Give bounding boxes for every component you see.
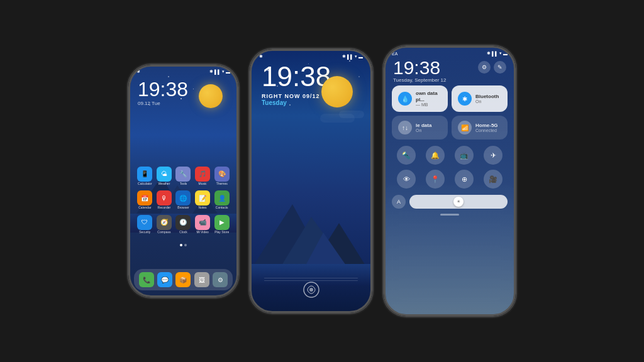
dock-orange[interactable]: 📦 (174, 272, 192, 287)
dock-settings[interactable]: ⚙ (211, 272, 229, 287)
app-calculator[interactable]: 📱Calculator (136, 167, 153, 186)
app-row-1: 📱Calculator 🌤Weather 🔧Tools 🎵Music 🎨Them… (135, 167, 231, 186)
phone1-status-left: ✱ (136, 69, 140, 74)
mobile-data-subtitle: On (416, 128, 441, 133)
phone2-day: Tuesday (252, 99, 370, 106)
airplane-button[interactable]: ✈ (484, 146, 502, 165)
dot-inactive (184, 244, 187, 246)
svg-point-1 (309, 288, 313, 292)
phone3-action-buttons: ⚙ ✎ (478, 61, 506, 74)
control-tiles: 💧 own data pl... — MB ✱ Bluetooth On ↑↓ … (386, 85, 514, 143)
bluetooth-title: Bluetooth (475, 94, 501, 100)
wifi-title: Home-5G (475, 123, 501, 129)
cloud2 (320, 114, 355, 123)
bluetooth-subtitle: On (475, 99, 501, 104)
phone1-signal-icons: ✱ ▌▌ ▾ ▬ (209, 69, 230, 74)
phone-2-lock: ✱ ✱ ▌▌ ▾ ▬ 19:38 RIGHT NOW 09/12 Tuesday (250, 49, 372, 313)
phone-1-screen: ✱ ✱ ▌▌ ▾ ▬ 19:38 09.12 Tue 📱Calculator (130, 67, 236, 295)
wifi-subtitle: Connected (475, 128, 501, 133)
cast-button[interactable]: 📺 (455, 146, 474, 165)
phone-3-control: EA ✱ ▌▌ ▾ ▬ 19:38 Tuesday, September 12 … (384, 46, 516, 316)
app-compass[interactable]: 🧭Compass (155, 215, 173, 234)
wifi-tile[interactable]: 📶 Home-5G Connected (452, 116, 508, 140)
brightness-icon: A (392, 195, 406, 209)
phone1-apps: 📱Calculator 🌤Weather 🔧Tools 🎵Music 🎨Them… (135, 167, 231, 239)
app-weather[interactable]: 🌤Weather (155, 167, 173, 186)
bluetooth-status-icon: ✱ (487, 51, 491, 56)
wifi-tile-icon: 📶 (458, 121, 472, 134)
dot-active (180, 244, 182, 246)
signal-icon: ▌▌ (214, 70, 221, 74)
app-calendar[interactable]: 📅Calendar (136, 190, 153, 210)
app-contacts[interactable]: 👤Contacts (213, 190, 231, 210)
phone3-statusbar: EA ✱ ▌▌ ▾ ▬ (386, 48, 514, 57)
phone1-statusbar: ✱ ✱ ▌▌ ▾ ▬ (130, 67, 236, 75)
phone3-header: 19:38 Tuesday, September 12 ⚙ ✎ (386, 57, 514, 85)
bluetooth-text: Bluetooth On (475, 94, 501, 104)
phone2-miui-logo (303, 281, 320, 299)
mobile-data-text: le data On (416, 123, 441, 133)
phone3-time: 19:38 (393, 58, 447, 77)
app-music[interactable]: 🎵Music (194, 167, 211, 186)
brightness-row: A ☀ (386, 192, 514, 211)
bluetooth-icon-tile: ✱ (458, 92, 472, 106)
data-icon: 💧 (398, 92, 412, 106)
signal-status-icon: ▌▌ (492, 52, 498, 56)
data-title: own data pl... (416, 90, 441, 102)
battery-status-icon: ▬ (503, 52, 508, 56)
phone2-time: 19:38 (252, 63, 370, 90)
phone-3-screen: EA ✱ ▌▌ ▾ ▬ 19:38 Tuesday, September 12 … (386, 48, 514, 314)
phone2-status-right: ✱ ▌▌ ▾ ▬ (342, 54, 363, 59)
app-themes[interactable]: 🎨Themes (213, 167, 231, 186)
data-text: own data pl... — MB (416, 90, 441, 107)
flashlight-button[interactable]: 🔦 (397, 146, 416, 165)
phone-1-home: ✱ ✱ ▌▌ ▾ ▬ 19:38 09.12 Tue 📱Calculator (128, 65, 238, 297)
phone1-moon (199, 84, 223, 108)
notification-button[interactable]: 🔔 (426, 146, 445, 165)
app-play-store[interactable]: ▶Play Store (213, 215, 231, 234)
brightness-thumb: ☀ (453, 197, 464, 207)
data-subtitle: — MB (416, 102, 441, 107)
bluetooth-icon: ✱ (209, 69, 213, 74)
reader-button[interactable]: 👁 (397, 170, 416, 189)
phone1-dock: 📞 💬 📦 🖼 ⚙ (134, 269, 233, 290)
dock-messages[interactable]: 💬 (156, 272, 174, 287)
brightness-slider[interactable]: ☀ (409, 195, 508, 209)
signal-icon: ▌▌ (347, 55, 353, 59)
dock-phone[interactable]: 📞 (138, 272, 155, 287)
mobile-data-tile[interactable]: ↑↓ le data On (392, 116, 448, 140)
wifi-status-icon: ▾ (499, 51, 502, 56)
phone3-status-right: ✱ ▌▌ ▾ ▬ (487, 51, 508, 56)
dock-gallery[interactable]: 🖼 (193, 272, 211, 287)
app-notes[interactable]: 📝Notes (194, 190, 211, 210)
screen-record-button[interactable]: ⊕ (455, 170, 474, 189)
data-tile[interactable]: 💧 own data pl... — MB (392, 85, 448, 112)
settings-gear-button[interactable]: ⚙ (478, 61, 491, 74)
phone-2-screen: ✱ ✱ ▌▌ ▾ ▬ 19:38 RIGHT NOW 09/12 Tuesday (252, 51, 370, 311)
app-clock[interactable]: 🕐Clock (174, 215, 192, 234)
edit-button[interactable]: ✎ (494, 61, 506, 74)
battery-icon: ▬ (226, 70, 230, 74)
app-security[interactable]: 🛡Security (136, 215, 153, 234)
phone2-moon (321, 76, 353, 107)
app-recorder[interactable]: 🎙Recorder (155, 190, 173, 210)
app-mi-video[interactable]: 📹Mi Video (194, 215, 211, 234)
phone2-statusbar: ✱ ✱ ▌▌ ▾ ▬ (252, 51, 370, 60)
phone2-status-left: ✱ (259, 54, 263, 59)
water-line-1 (264, 278, 358, 278)
wifi-text: Home-5G Connected (475, 123, 501, 133)
phone2-landscape (252, 173, 370, 286)
phone3-status-left: EA (392, 52, 397, 56)
video-button[interactable]: 🎥 (484, 170, 502, 189)
app-row-2: 📅Calendar 🎙Recorder 🌐Browser 📝Notes 👤Con… (135, 190, 231, 210)
wifi-icon: ▾ (222, 69, 225, 74)
location-button[interactable]: 📍 (426, 170, 445, 189)
mobile-data-title: le data (416, 123, 441, 129)
app-browser[interactable]: 🌐Browser (174, 190, 192, 210)
swipe-indicator (386, 214, 514, 216)
app-tools[interactable]: 🔧Tools (174, 167, 192, 186)
phone3-time-block: 19:38 Tuesday, September 12 (393, 58, 447, 83)
toggle-row-1: 🔦 🔔 📺 ✈ (386, 143, 514, 167)
bluetooth-tile[interactable]: ✱ Bluetooth On (452, 85, 508, 112)
bluetooth-icon: ✱ (342, 54, 346, 59)
